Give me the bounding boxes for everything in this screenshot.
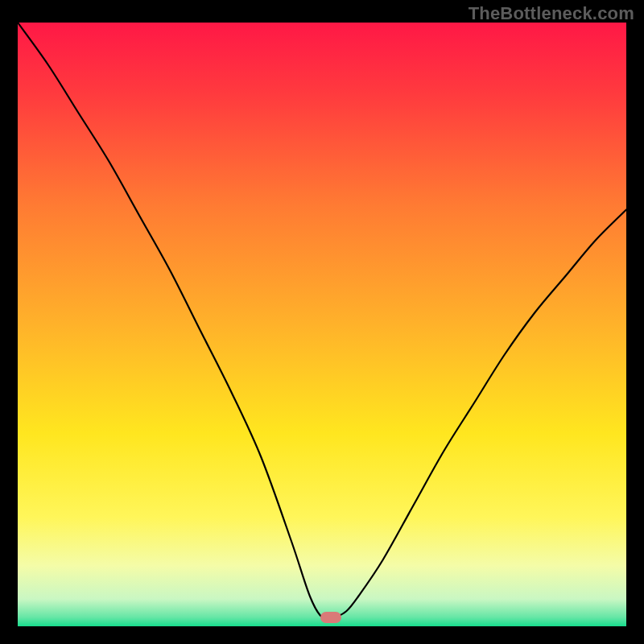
chart-frame: TheBottleneck.com bbox=[0, 0, 644, 644]
optimal-point-marker bbox=[320, 612, 341, 623]
bottleneck-curve bbox=[18, 23, 626, 626]
watermark-text: TheBottleneck.com bbox=[469, 3, 634, 24]
plot-area bbox=[18, 23, 626, 626]
